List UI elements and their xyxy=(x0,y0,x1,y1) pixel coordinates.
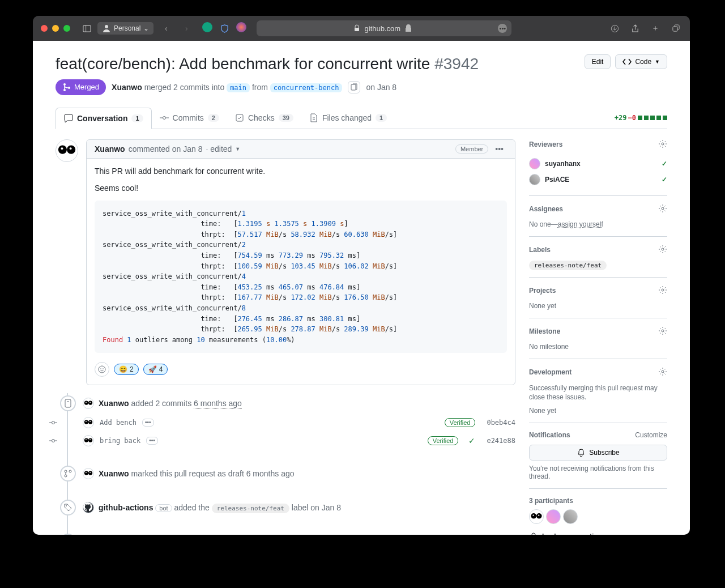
ext-circle-icon[interactable] xyxy=(236,22,246,32)
commit-expand-icon[interactable]: ••• xyxy=(146,437,158,445)
assign-yourself-link[interactable]: assign yourself xyxy=(558,220,603,228)
label[interactable]: releases-note/feat xyxy=(212,504,289,513)
avatar xyxy=(529,174,540,185)
new-tab-icon[interactable]: ＋ xyxy=(649,22,662,35)
tab-conversation[interactable]: Conversation 1 xyxy=(56,108,152,129)
edited-marker[interactable]: · edited xyxy=(206,144,232,154)
download-icon[interactable] xyxy=(608,22,621,35)
commit-expand-icon[interactable]: ••• xyxy=(142,419,154,427)
svg-point-36 xyxy=(662,289,664,291)
commit-message[interactable]: bring back xyxy=(100,437,140,445)
lock-conversation-button[interactable]: Lock conversation xyxy=(529,532,667,535)
gear-icon[interactable] xyxy=(658,367,667,378)
copy-branch-icon[interactable] xyxy=(348,81,360,93)
comment-author[interactable]: Xuanwo xyxy=(95,144,125,154)
commit-sha[interactable]: e241e88 xyxy=(487,437,515,445)
back-button[interactable]: ‹ xyxy=(158,24,174,33)
gear-icon[interactable] xyxy=(658,139,667,150)
timestamp[interactable]: 6 months ago xyxy=(246,469,295,478)
tabs-icon[interactable] xyxy=(669,22,682,35)
projects-header[interactable]: Projects xyxy=(529,286,667,296)
push-icon xyxy=(60,395,76,411)
comment-menu-icon[interactable]: ••• xyxy=(492,144,507,154)
address-bar[interactable]: github.com ••• xyxy=(257,20,511,36)
notification-note: You're not receiving notifications from … xyxy=(529,465,667,480)
actor[interactable]: Xuanwo xyxy=(99,469,129,478)
reaction-rocket[interactable]: 🚀 4 xyxy=(143,364,168,375)
avatar[interactable] xyxy=(83,468,94,479)
avatar[interactable] xyxy=(83,502,94,513)
avatar[interactable] xyxy=(56,139,78,162)
commit-sha[interactable]: 0beb4c4 xyxy=(487,419,515,427)
code-button[interactable]: Code ▼ xyxy=(615,54,667,69)
tab-files[interactable]: Files changed 1 xyxy=(301,108,395,129)
gear-icon[interactable] xyxy=(658,204,667,215)
timestamp[interactable]: label on Jan 8 xyxy=(292,503,341,512)
reviewer-row[interactable]: suyanhanx ✓ xyxy=(529,156,667,172)
reviewers-header[interactable]: Reviewers xyxy=(529,139,667,150)
pr-number: #3942 xyxy=(434,55,479,73)
role-badge: Member xyxy=(455,144,488,154)
verified-badge[interactable]: Verified xyxy=(445,418,476,427)
draft-icon xyxy=(60,466,76,482)
actor[interactable]: Xuanwo xyxy=(99,399,129,408)
forward-button[interactable]: › xyxy=(178,24,194,33)
svg-point-35 xyxy=(662,248,664,250)
svg-point-27 xyxy=(65,470,67,472)
commit-message[interactable]: Add bench xyxy=(100,419,137,427)
gear-icon[interactable] xyxy=(658,326,667,337)
svg-point-6 xyxy=(63,83,66,86)
development-header[interactable]: Development xyxy=(529,367,667,378)
conversation-count: 1 xyxy=(131,114,143,122)
customize-link[interactable]: Customize xyxy=(635,431,667,439)
profile-selector[interactable]: Personal ⌄ xyxy=(97,22,153,35)
commit-dot-icon xyxy=(49,436,58,445)
merge-info: Xuanwo merged 2 commits into main from c… xyxy=(112,83,342,92)
tab-commits[interactable]: Commits 2 xyxy=(152,108,227,129)
svg-point-16 xyxy=(99,366,105,373)
notifications-header: Notifications Customize xyxy=(529,431,667,439)
assignees-header[interactable]: Assignees xyxy=(529,204,667,215)
lock-icon xyxy=(529,532,538,535)
svg-rect-0 xyxy=(83,25,90,31)
participant-avatar[interactable] xyxy=(546,509,561,524)
labels-header[interactable]: Labels xyxy=(529,245,667,255)
avatar[interactable] xyxy=(83,435,94,446)
close-window[interactable] xyxy=(41,25,48,32)
timestamp[interactable]: 6 months ago xyxy=(194,399,242,408)
avatar[interactable] xyxy=(83,398,94,409)
ext-shield-icon[interactable] xyxy=(218,22,231,35)
participant-avatar[interactable] xyxy=(563,509,578,524)
tab-checks[interactable]: Checks 39 xyxy=(227,108,301,129)
gear-icon[interactable] xyxy=(658,245,667,255)
maximize-window[interactable] xyxy=(63,25,70,32)
svg-point-29 xyxy=(69,470,71,472)
page-menu-icon[interactable]: ••• xyxy=(498,24,507,33)
share-icon[interactable] xyxy=(629,22,641,35)
base-branch[interactable]: main xyxy=(227,83,250,92)
verified-badge[interactable]: Verified xyxy=(428,436,459,445)
head-branch[interactable]: concurrent-bench xyxy=(270,83,343,92)
reviewer-row[interactable]: PsiACE ✓ xyxy=(529,172,667,188)
minimize-window[interactable] xyxy=(52,25,59,32)
ext-grammarly-icon[interactable] xyxy=(202,22,212,32)
commit-dot-icon xyxy=(49,418,58,427)
add-reaction-icon[interactable] xyxy=(95,362,109,377)
svg-rect-19 xyxy=(65,399,71,407)
avatar xyxy=(529,158,540,169)
svg-point-7 xyxy=(63,89,66,91)
participant-avatar[interactable] xyxy=(529,509,544,524)
lock-icon xyxy=(352,24,361,33)
reaction-smile[interactable]: 😄 2 xyxy=(114,364,139,375)
check-icon: ✓ xyxy=(662,176,667,184)
subscribe-button[interactable]: Subscribe xyxy=(529,445,667,461)
label[interactable]: releases-note/feat xyxy=(529,261,607,270)
edit-button[interactable]: Edit xyxy=(585,54,611,69)
actor[interactable]: github-actions xyxy=(99,503,153,512)
safari-titlebar: Personal ⌄ ‹ › github.com ••• ＋ xyxy=(33,16,690,41)
avatar[interactable] xyxy=(83,417,94,428)
gear-icon[interactable] xyxy=(658,286,667,296)
milestone-header[interactable]: Milestone xyxy=(529,326,667,337)
participants-header: 3 participants xyxy=(529,497,667,505)
sidebar-toggle-icon[interactable] xyxy=(80,22,93,35)
